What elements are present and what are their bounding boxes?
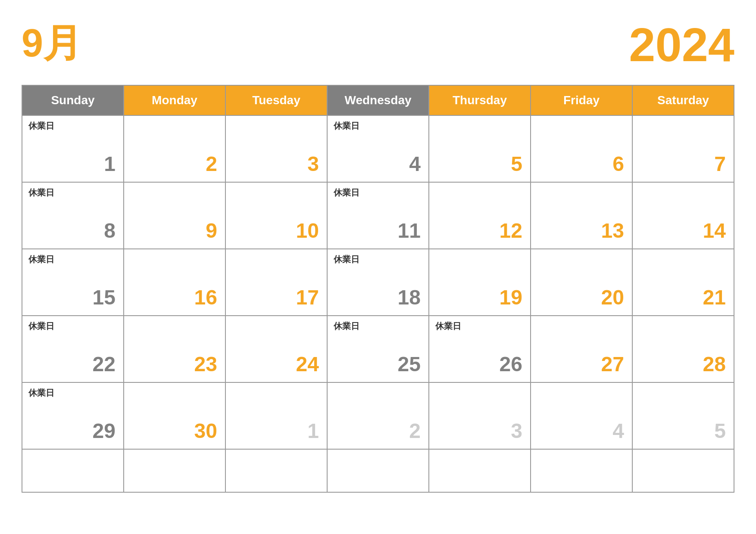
cell-number: 29 — [93, 419, 116, 443]
calendar-cell: 2 — [327, 382, 429, 449]
header-friday: Friday — [531, 85, 632, 115]
header-thursday: Thursday — [429, 85, 531, 115]
cell-number: 2 — [409, 419, 421, 443]
calendar-cell: 9 — [124, 182, 225, 249]
cell-number: 18 — [398, 286, 421, 309]
cell-number: 13 — [601, 219, 624, 242]
cell-note: 休業日 — [435, 320, 524, 332]
week-row-1: 休業日123休業日4567 — [22, 115, 734, 182]
calendar-cell: 13 — [531, 182, 632, 249]
week-row-3: 休業日151617休業日18192021 — [22, 249, 734, 316]
cell-number: 10 — [296, 219, 319, 242]
empty-cell — [632, 449, 734, 492]
calendar-cell: 5 — [429, 115, 531, 182]
calendar-table: Sunday Monday Tuesday Wednesday Thursday… — [22, 85, 734, 493]
cell-note: 休業日 — [28, 320, 117, 332]
empty-cell — [225, 449, 327, 492]
month-title: 9月 — [22, 17, 82, 70]
cell-note: 休業日 — [334, 320, 422, 332]
calendar-cell: 休業日18 — [327, 249, 429, 316]
header-wednesday: Wednesday — [327, 85, 429, 115]
calendar-cell: 19 — [429, 249, 531, 316]
cell-number: 6 — [612, 152, 624, 176]
cell-number: 7 — [714, 152, 726, 176]
calendar-cell: 4 — [531, 382, 632, 449]
calendar-cell: 27 — [531, 316, 632, 382]
cell-number: 30 — [194, 419, 217, 443]
cell-note: 休業日 — [28, 387, 117, 399]
calendar-cell: 2 — [124, 115, 225, 182]
calendar-cell: 3 — [225, 115, 327, 182]
calendar-cell: 休業日26 — [429, 316, 531, 382]
cell-number: 28 — [703, 352, 726, 376]
cell-number: 3 — [511, 419, 522, 443]
calendar-cell: 30 — [124, 382, 225, 449]
calendar-cell: 28 — [632, 316, 734, 382]
calendar-cell: 休業日25 — [327, 316, 429, 382]
cell-number: 2 — [206, 152, 217, 176]
week-row-2: 休業日8910休業日11121314 — [22, 182, 734, 249]
cell-number: 5 — [511, 152, 522, 176]
empty-cell — [429, 449, 531, 492]
cell-number: 23 — [194, 352, 217, 376]
calendar-cell: 17 — [225, 249, 327, 316]
cell-number: 26 — [500, 352, 522, 376]
cell-number: 20 — [601, 286, 624, 309]
empty-row — [22, 449, 734, 492]
calendar-cell: 12 — [429, 182, 531, 249]
calendar-cell: 休業日22 — [22, 316, 124, 382]
cell-number: 22 — [93, 352, 116, 376]
cell-number: 9 — [206, 219, 217, 242]
cell-number: 8 — [104, 219, 116, 242]
cell-note: 休業日 — [28, 120, 117, 132]
calendar-cell: 休業日11 — [327, 182, 429, 249]
cell-note: 休業日 — [334, 120, 422, 132]
calendar-header: 9月 2024 — [22, 17, 734, 72]
header-saturday: Saturday — [632, 85, 734, 115]
cell-number: 11 — [398, 219, 421, 242]
cell-number: 1 — [307, 419, 319, 443]
cell-number: 12 — [500, 219, 522, 242]
empty-cell — [327, 449, 429, 492]
cell-number: 4 — [409, 152, 421, 176]
calendar-cell: 24 — [225, 316, 327, 382]
calendar-cell: 休業日8 — [22, 182, 124, 249]
cell-number: 24 — [296, 352, 319, 376]
empty-cell — [22, 449, 124, 492]
empty-cell — [531, 449, 632, 492]
calendar-cell: 休業日29 — [22, 382, 124, 449]
calendar-cell: 10 — [225, 182, 327, 249]
cell-note: 休業日 — [28, 187, 117, 199]
cell-number: 1 — [104, 152, 116, 176]
cell-number: 3 — [307, 152, 319, 176]
year-title: 2024 — [629, 17, 734, 72]
calendar-cell: 7 — [632, 115, 734, 182]
calendar-cell: 休業日4 — [327, 115, 429, 182]
cell-note: 休業日 — [334, 254, 422, 265]
cell-number: 17 — [296, 286, 319, 309]
cell-note: 休業日 — [28, 254, 117, 265]
calendar-cell: 休業日15 — [22, 249, 124, 316]
cell-number: 4 — [612, 419, 624, 443]
cell-number: 27 — [601, 352, 624, 376]
calendar-cell: 休業日1 — [22, 115, 124, 182]
cell-number: 15 — [93, 286, 116, 309]
calendar-cell: 21 — [632, 249, 734, 316]
calendar-cell: 20 — [531, 249, 632, 316]
cell-number: 5 — [714, 419, 726, 443]
cell-number: 19 — [500, 286, 522, 309]
cell-note: 休業日 — [334, 187, 422, 199]
header-monday: Monday — [124, 85, 225, 115]
calendar-cell: 1 — [225, 382, 327, 449]
weekday-header-row: Sunday Monday Tuesday Wednesday Thursday… — [22, 85, 734, 115]
calendar-cell: 5 — [632, 382, 734, 449]
calendar-cell: 23 — [124, 316, 225, 382]
cell-number: 16 — [194, 286, 217, 309]
week-row-5: 休業日293012345 — [22, 382, 734, 449]
empty-cell — [124, 449, 225, 492]
cell-number: 25 — [398, 352, 421, 376]
calendar-cell: 14 — [632, 182, 734, 249]
header-sunday: Sunday — [22, 85, 124, 115]
calendar-cell: 6 — [531, 115, 632, 182]
calendar-cell: 3 — [429, 382, 531, 449]
